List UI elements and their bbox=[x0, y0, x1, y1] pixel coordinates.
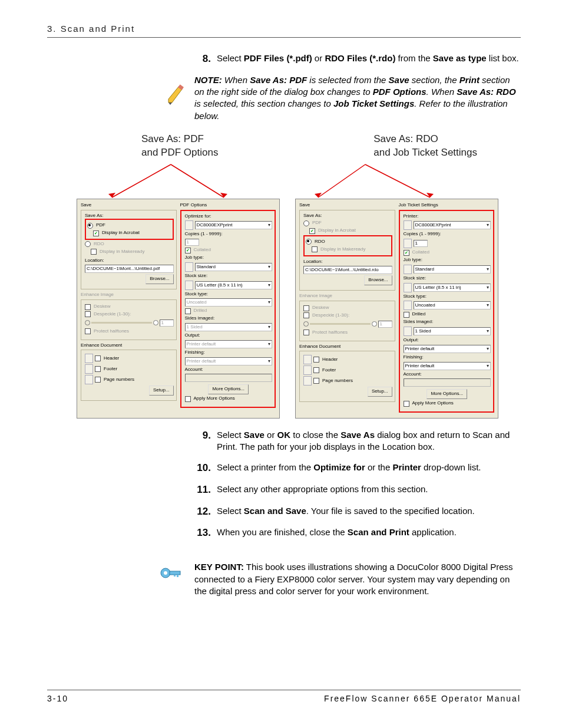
page-footer: 3-10 FreeFlow Scanner 665E Operator Manu… bbox=[47, 690, 521, 703]
browse-button[interactable]: Browse... bbox=[146, 274, 173, 284]
svg-marker-1 bbox=[168, 103, 172, 105]
label: Job type: bbox=[185, 255, 273, 261]
finishing-dropdown[interactable]: Printer default bbox=[404, 362, 491, 370]
label: Location: bbox=[85, 258, 174, 264]
location-field[interactable]: C:\DOCUME~1\Mont...\Untitled.rdo bbox=[303, 266, 392, 274]
stocksize-dropdown[interactable]: US Letter (8.5 x 11 in) bbox=[195, 281, 273, 289]
stocktype-dropdown[interactable]: Uncoated bbox=[414, 301, 491, 309]
radio-rdo[interactable] bbox=[85, 241, 91, 247]
chk-header[interactable] bbox=[95, 355, 101, 361]
label: Stock size: bbox=[185, 273, 273, 279]
copies-spin[interactable]: 1 bbox=[414, 240, 428, 247]
jobtype-dropdown[interactable]: Standard bbox=[414, 265, 491, 274]
chk-pagenum[interactable] bbox=[313, 378, 319, 384]
chk-makeready[interactable] bbox=[312, 246, 318, 252]
more-options-button[interactable]: More Options... bbox=[208, 384, 249, 394]
chk-footer[interactable] bbox=[95, 366, 101, 372]
note-label: NOTE: bbox=[194, 75, 222, 85]
illus-label-left: Save As: PDF and PDF Options bbox=[141, 133, 218, 160]
optimize-for-dropdown[interactable]: DC8000EXPprint bbox=[195, 221, 273, 229]
txt: Save As: RDO bbox=[373, 133, 477, 146]
chk-acrobat[interactable] bbox=[93, 230, 99, 236]
pagenum-icon[interactable] bbox=[85, 375, 93, 384]
chk-drilled[interactable] bbox=[404, 312, 409, 318]
chk-collated bbox=[404, 250, 409, 256]
label: Stock type: bbox=[185, 291, 273, 298]
label: PDF bbox=[312, 220, 322, 226]
step-body: When you are finished, close the Scan an… bbox=[217, 526, 521, 540]
output-dropdown[interactable]: Printer default bbox=[404, 345, 491, 353]
step-body: Select PDF Files (*.pdf) or RDO Files (*… bbox=[217, 52, 521, 66]
footer-icon[interactable] bbox=[85, 364, 93, 374]
printer-dropdown[interactable]: DC8000EXPprint bbox=[414, 221, 491, 229]
label: Despeckle (1-30): bbox=[94, 311, 131, 318]
chk-apply-more[interactable] bbox=[404, 401, 409, 407]
label: Page numbers bbox=[104, 377, 134, 383]
header-icon[interactable] bbox=[85, 354, 93, 363]
txt: Printer bbox=[392, 462, 421, 472]
setup-button[interactable]: Setup... bbox=[149, 386, 174, 396]
txt: Optimize for bbox=[313, 462, 365, 472]
chk-makeready bbox=[91, 249, 97, 255]
chk-footer[interactable] bbox=[313, 367, 319, 373]
chk-protect bbox=[303, 330, 309, 335]
txt: PDF Files (*.pdf) bbox=[244, 53, 312, 63]
label: Copies (1 - 9999): bbox=[404, 231, 491, 238]
txt: RDO Files (*.rdo) bbox=[325, 53, 395, 63]
label: RDO bbox=[315, 239, 325, 245]
txt: Scan and Save bbox=[244, 506, 306, 516]
label: Footer bbox=[322, 367, 336, 374]
txt: to close the bbox=[290, 430, 340, 440]
jobtype-icon bbox=[404, 265, 412, 274]
txt: drop-down list. bbox=[421, 462, 481, 472]
val: 1 Sided bbox=[187, 324, 203, 330]
val: DC8000EXPprint bbox=[197, 222, 233, 228]
chk-apply-more[interactable] bbox=[185, 396, 191, 402]
group-title: Enhance Document bbox=[299, 344, 395, 350]
browse-button[interactable]: Browse... bbox=[364, 275, 392, 285]
group-title: Enhance Document bbox=[81, 342, 177, 349]
step-10: 10. Select a printer from the Optimize f… bbox=[194, 462, 521, 475]
sides-icon bbox=[404, 327, 412, 336]
val: DC8000EXPprint bbox=[415, 222, 451, 228]
chk-header[interactable] bbox=[313, 357, 319, 363]
header-icon[interactable] bbox=[303, 355, 312, 364]
pagenum-icon[interactable] bbox=[303, 376, 312, 386]
printer-icon bbox=[185, 220, 193, 230]
label: Location: bbox=[303, 259, 392, 265]
step-8: 8. Select PDF Files (*.pdf) or RDO Files… bbox=[194, 52, 521, 66]
chk-deskew bbox=[85, 304, 91, 310]
group-title: Save bbox=[299, 202, 395, 209]
setup-button[interactable]: Setup... bbox=[368, 387, 392, 397]
manual-title: FreeFlow Scanner 665E Operator Manual bbox=[324, 694, 521, 703]
step-body: Select any other appropriate options fro… bbox=[217, 483, 521, 497]
note-block: NOTE: When Save As: PDF is selected from… bbox=[194, 74, 521, 122]
key-icon bbox=[159, 561, 183, 585]
svg-marker-9 bbox=[315, 193, 322, 197]
jobtype-dropdown[interactable]: Standard bbox=[195, 263, 273, 271]
step-number: 10. bbox=[194, 462, 211, 475]
chk-despeckle bbox=[303, 312, 309, 318]
txt: Save bbox=[244, 430, 265, 440]
sides-dropdown: 1 Sided bbox=[185, 323, 273, 331]
txt: When bbox=[222, 75, 250, 85]
sides-dropdown[interactable]: 1 Sided bbox=[414, 327, 491, 335]
val: Uncoated bbox=[415, 302, 435, 308]
chk-drilled bbox=[185, 308, 191, 314]
txt: or bbox=[265, 430, 277, 440]
label: Account: bbox=[185, 367, 273, 373]
location-field[interactable]: C:\DOCUME~1\Mont...\Untitled.pdf bbox=[85, 265, 174, 273]
label: Deskew bbox=[94, 304, 110, 310]
txt: Print bbox=[459, 75, 480, 85]
label: Output: bbox=[185, 332, 273, 339]
more-options-button[interactable]: More Options... bbox=[427, 389, 467, 399]
radio-pdf[interactable] bbox=[87, 223, 93, 229]
label: Sides imaged: bbox=[404, 319, 491, 325]
footer-icon[interactable] bbox=[303, 365, 312, 375]
radio-pdf[interactable] bbox=[303, 220, 309, 226]
txt: Save As: RDO bbox=[457, 87, 515, 97]
chk-pagenum[interactable] bbox=[95, 377, 101, 383]
radio-rdo[interactable] bbox=[306, 239, 312, 245]
illus-label-right: Save As: RDO and Job Ticket Settings bbox=[373, 133, 477, 160]
stocksize-dropdown[interactable]: US Letter (8.5 x 11 in) bbox=[414, 284, 491, 292]
